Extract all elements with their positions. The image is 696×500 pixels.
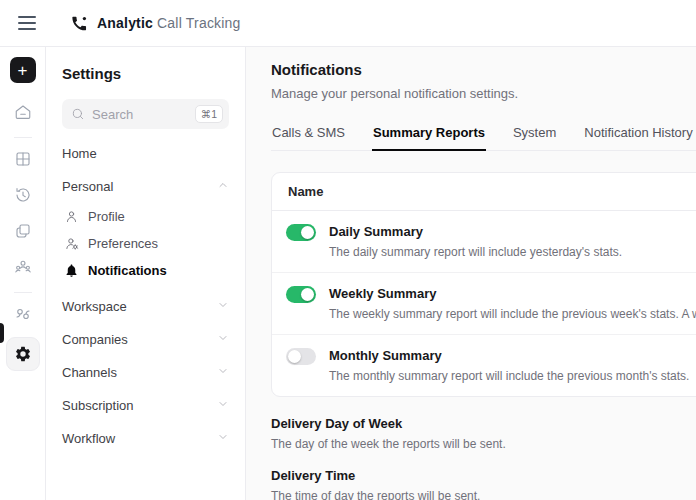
row-description: The daily summary report will include ye… xyxy=(329,245,622,259)
history-icon[interactable] xyxy=(6,180,40,210)
add-button[interactable]: + xyxy=(10,57,36,83)
sidebar-group-workspace[interactable]: Workspace xyxy=(62,290,229,323)
copy-files-icon[interactable] xyxy=(6,216,40,246)
chevron-down-icon xyxy=(217,332,229,347)
rail-divider xyxy=(14,137,32,138)
row-title: Weekly Summary xyxy=(329,285,696,301)
chevron-up-icon xyxy=(217,179,229,194)
tab-summary-reports[interactable]: Summary Reports xyxy=(372,119,486,151)
sidebar-group-channels[interactable]: Channels xyxy=(62,356,229,389)
brand: AnalyticCall Tracking xyxy=(70,14,241,33)
table-row-weekly-summary: Weekly Summary The weekly summary report… xyxy=(272,273,696,335)
top-bar: AnalyticCall Tracking xyxy=(0,0,696,47)
phone-logo-icon xyxy=(70,14,89,33)
main-content: Notifications Manage your personal notif… xyxy=(246,47,696,500)
row-title: Monthly Summary xyxy=(329,347,689,363)
summary-reports-table: Name Daily Summary The daily summary rep… xyxy=(271,172,696,397)
search-shortcut-badge: ⌘1 xyxy=(195,105,223,123)
icon-rail: + xyxy=(0,47,46,500)
sidebar-item-notifications[interactable]: Notifications xyxy=(62,257,229,284)
brand-text: AnalyticCall Tracking xyxy=(97,15,241,31)
settings-sidebar: Settings ⌘1 Home Personal Profil xyxy=(46,47,246,500)
daily-summary-toggle[interactable] xyxy=(286,224,316,241)
monthly-summary-toggle[interactable] xyxy=(286,348,316,365)
user-gear-icon xyxy=(63,236,79,251)
home-icon[interactable] xyxy=(6,97,40,127)
chevron-down-icon xyxy=(217,431,229,446)
table-row-daily-summary: Daily Summary The daily summary report w… xyxy=(272,211,696,273)
section-description: The time of day the reports will be sent… xyxy=(271,489,696,500)
sidebar-group-workflow[interactable]: Workflow xyxy=(62,422,229,455)
dashboard-grid-icon[interactable] xyxy=(6,144,40,174)
integrations-icon[interactable] xyxy=(6,299,40,329)
weekly-summary-toggle[interactable] xyxy=(286,286,316,303)
row-description: The weekly summary report will include t… xyxy=(329,307,696,321)
bell-icon xyxy=(63,263,79,278)
delivery-time-section: Delivery Time The time of day the report… xyxy=(271,468,696,500)
tab-system[interactable]: System xyxy=(512,119,557,150)
chevron-down-icon xyxy=(217,365,229,380)
delivery-day-section: Delivery Day of Week The day of the week… xyxy=(271,416,696,451)
settings-gear-icon[interactable] xyxy=(6,337,40,371)
sidebar-group-companies[interactable]: Companies xyxy=(62,323,229,356)
chevron-down-icon xyxy=(217,398,229,413)
chevron-down-icon xyxy=(217,299,229,314)
tab-bar: Calls & SMS Summary Reports System Notif… xyxy=(271,119,696,151)
rail-divider xyxy=(14,292,32,293)
table-header-name: Name xyxy=(272,173,696,211)
sidebar-item-profile[interactable]: Profile xyxy=(62,203,229,230)
sidebar-item-preferences[interactable]: Preferences xyxy=(62,230,229,257)
sidebar-item-home[interactable]: Home xyxy=(62,137,229,170)
sidebar-title: Settings xyxy=(62,65,229,82)
search-box[interactable]: ⌘1 xyxy=(62,99,229,129)
row-title: Daily Summary xyxy=(329,223,622,239)
menu-icon[interactable] xyxy=(18,16,36,30)
tab-calls-sms[interactable]: Calls & SMS xyxy=(271,119,346,150)
team-icon[interactable] xyxy=(6,252,40,282)
page-title: Notifications xyxy=(271,61,696,78)
user-icon xyxy=(63,209,79,224)
active-rail-indicator xyxy=(0,323,4,343)
page-subtitle: Manage your personal notification settin… xyxy=(271,86,696,101)
section-title: Delivery Time xyxy=(271,468,696,483)
search-icon xyxy=(71,107,85,121)
row-description: The monthly summary report will include … xyxy=(329,369,689,383)
sidebar-group-personal[interactable]: Personal xyxy=(62,170,229,203)
tab-notification-history[interactable]: Notification History xyxy=(583,119,693,150)
search-input[interactable] xyxy=(92,107,195,122)
section-description: The day of the week the reports will be … xyxy=(271,437,696,451)
section-title: Delivery Day of Week xyxy=(271,416,696,431)
table-row-monthly-summary: Monthly Summary The monthly summary repo… xyxy=(272,335,696,396)
sidebar-group-subscription[interactable]: Subscription xyxy=(62,389,229,422)
